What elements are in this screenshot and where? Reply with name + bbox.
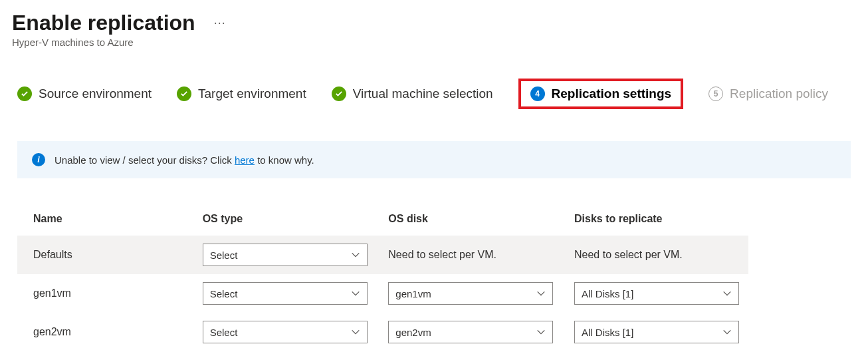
chevron-down-icon [351, 327, 360, 337]
disks-select[interactable]: All Disks [1] [574, 282, 739, 305]
step-number-badge: 5 [708, 87, 723, 101]
page-subtitle: Hyper-V machines to Azure [12, 37, 856, 48]
step-vm-selection[interactable]: Virtual machine selection [332, 87, 493, 101]
chevron-down-icon [722, 289, 732, 298]
disks-select[interactable]: All Disks [1] [574, 321, 739, 343]
step-source-environment[interactable]: Source environment [17, 87, 152, 101]
step-target-environment[interactable]: Target environment [177, 87, 306, 101]
info-icon: i [32, 153, 45, 166]
chevron-down-icon [536, 289, 546, 298]
check-icon [332, 87, 346, 101]
cell-name: Defaults [17, 236, 193, 274]
check-icon [17, 87, 32, 101]
select-value: All Disks [1] [582, 327, 633, 338]
os-type-select[interactable]: Select [203, 282, 368, 305]
os-type-select[interactable]: Select [203, 321, 368, 343]
step-replication-settings[interactable]: 4 Replication settings [518, 79, 684, 109]
check-icon [177, 87, 191, 101]
step-label: Replication policy [730, 87, 828, 101]
select-value: Select [210, 288, 238, 299]
col-header-os-disk: OS disk [379, 205, 565, 236]
step-replication-policy[interactable]: 5 Replication policy [708, 87, 828, 101]
page-title: Enable replication [12, 11, 195, 35]
cell-name: gen1vm [17, 274, 193, 313]
table-row: gen2vm Select gen2vm All Disks [1] [17, 313, 748, 351]
chevron-down-icon [536, 327, 546, 337]
chevron-down-icon [351, 250, 360, 260]
select-value: gen2vm [395, 327, 431, 338]
info-banner: i Unable to view / select your disks? Cl… [17, 141, 851, 178]
replication-table: Name OS type OS disk Disks to replicate … [17, 205, 748, 351]
more-actions-icon[interactable]: ··· [211, 13, 229, 33]
step-number-badge: 4 [530, 87, 545, 101]
wizard-steps: Source environment Target environment Vi… [12, 79, 856, 109]
info-banner-text: Unable to view / select your disks? Clic… [54, 154, 314, 166]
os-disk-select[interactable]: gen1vm [388, 282, 553, 305]
chevron-down-icon [722, 327, 732, 337]
step-label: Source environment [39, 87, 152, 101]
cell-os-disk: Need to select per VM. [379, 236, 565, 274]
info-text-after: to know why. [255, 154, 314, 166]
cell-disks: Need to select per VM. [565, 236, 748, 274]
info-link[interactable]: here [235, 154, 255, 166]
step-label: Target environment [198, 87, 306, 101]
table-row-defaults: Defaults Select Need to select per VM. N… [17, 236, 748, 274]
step-label: Replication settings [552, 87, 672, 101]
select-value: All Disks [1] [582, 288, 633, 299]
select-value: Select [210, 250, 238, 261]
col-header-name: Name [17, 205, 193, 236]
chevron-down-icon [351, 289, 360, 298]
col-header-os-type: OS type [193, 205, 380, 236]
info-text-before: Unable to view / select your disks? Clic… [54, 154, 235, 166]
cell-name: gen2vm [17, 313, 193, 351]
table-row: gen1vm Select gen1vm All Disks [1] [17, 274, 748, 313]
col-header-disks: Disks to replicate [565, 205, 748, 236]
os-type-select[interactable]: Select [203, 244, 368, 266]
select-value: Select [210, 327, 238, 338]
select-value: gen1vm [395, 288, 431, 299]
step-label: Virtual machine selection [353, 87, 493, 101]
os-disk-select[interactable]: gen2vm [388, 321, 553, 343]
